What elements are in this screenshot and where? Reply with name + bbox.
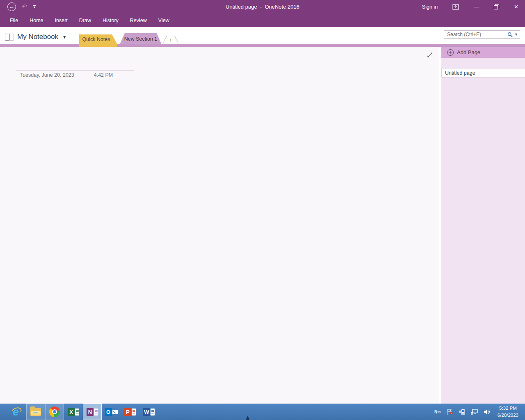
menu-view[interactable]: View <box>153 14 175 27</box>
action-center-flag-icon[interactable] <box>446 407 454 416</box>
power-battery-icon[interactable] <box>458 407 466 416</box>
taskbar-word-button[interactable]: W <box>139 404 158 420</box>
section-tab-label: Quick Notes <box>82 37 110 42</box>
taskbar-powerpoint-button[interactable]: P <box>121 404 139 420</box>
taskbar-onenote-button[interactable]: N <box>83 404 102 420</box>
menu-file[interactable]: File <box>4 14 24 27</box>
plus-icon: + <box>169 37 172 43</box>
taskbar-apps: e X N <box>7 404 158 420</box>
close-button[interactable]: ✕ <box>514 4 518 10</box>
notebook-name: My Notebook <box>17 33 58 41</box>
plus-circle-icon: + <box>447 49 454 56</box>
menu-insert[interactable]: Insert <box>49 14 73 27</box>
search-input[interactable] <box>447 32 507 37</box>
taskbar-chrome-button[interactable] <box>45 404 64 420</box>
clock-date: 6/20/2023 <box>498 412 518 419</box>
search-box[interactable]: ▼ <box>444 30 520 39</box>
quick-access-toolbar: ← ↶ ▾ <box>7 2 36 11</box>
back-icon[interactable]: ← <box>7 2 16 11</box>
full-page-view-icon[interactable] <box>427 52 434 59</box>
section-tab-quick-notes[interactable]: Quick Notes <box>79 34 117 44</box>
notebook-navigation-bar: My Notebook ▼ Quick Notes New Section 1 … <box>0 27 525 44</box>
menu-review[interactable]: Review <box>124 14 153 27</box>
mouse-cursor <box>246 416 249 420</box>
chrome-icon <box>49 406 60 417</box>
notebook-switcher[interactable]: My Notebook ▼ <box>0 33 79 44</box>
search-icon[interactable] <box>507 32 513 37</box>
taskbar-excel-button[interactable]: X <box>64 404 83 420</box>
menu-draw[interactable]: Draw <box>73 14 97 27</box>
page-date-stamp: Tuesday, June 20, 20234:42 PM <box>20 72 113 78</box>
menu-home[interactable]: Home <box>24 14 49 27</box>
page-canvas[interactable]: Tuesday, June 20, 20234:42 PM <box>0 47 439 404</box>
customize-quick-access-icon[interactable]: ▾ <box>33 5 36 9</box>
page-list: Untitled page <box>441 68 525 78</box>
file-explorer-icon <box>30 408 41 416</box>
onenote-icon: N <box>87 408 98 416</box>
internet-explorer-icon: e <box>11 406 23 417</box>
section-tab-label: New Section 1 <box>124 36 158 42</box>
section-tabs: Quick Notes New Section 1 + <box>79 27 179 44</box>
taskbar-file-explorer-button[interactable] <box>26 404 45 420</box>
onenote-clipper-icon[interactable]: N✂ <box>434 407 442 416</box>
taskbar-outlook-button[interactable]: O <box>102 404 121 420</box>
search-scope-dropdown-icon[interactable]: ▼ <box>514 32 518 37</box>
ribbon-display-options-icon[interactable] <box>452 4 459 10</box>
ribbon-menu-bar: File Home Insert Draw History Review Vie… <box>0 14 525 27</box>
volume-icon[interactable] <box>483 407 491 416</box>
taskbar-internet-explorer-button[interactable]: e <box>7 404 26 420</box>
page-time[interactable]: 4:42 PM <box>94 72 113 78</box>
taskbar-clock[interactable]: 5:32 PM 6/20/2023 <box>495 405 521 418</box>
powerpoint-icon: P <box>124 408 136 416</box>
close-glyph: ✕ <box>514 4 518 10</box>
windows-taskbar: e X N <box>0 404 525 420</box>
page-title-underline <box>16 70 134 71</box>
back-arrow-glyph: ← <box>9 4 14 9</box>
network-icon[interactable] <box>470 407 479 416</box>
menu-history[interactable]: History <box>97 14 124 27</box>
onenote-window: ← ↶ ▾ Untitled page - OneNote 2016 Sign … <box>0 0 525 420</box>
outlook-icon: O <box>105 408 118 416</box>
clock-time: 5:32 PM <box>498 405 518 412</box>
undo-icon[interactable]: ↶ <box>22 3 27 11</box>
minimize-glyph: — <box>474 4 479 10</box>
word-icon: W <box>143 408 155 416</box>
system-tray: N✂ <box>434 404 525 420</box>
excel-icon: X <box>68 408 79 416</box>
titlebar-controls: Sign in — ✕ <box>422 4 518 10</box>
page-pane: + Add Page Untitled page <box>441 47 525 404</box>
page-date[interactable]: Tuesday, June 20, 2023 <box>20 72 74 78</box>
notebook-icon <box>5 34 14 41</box>
add-page-label: Add Page <box>457 49 480 55</box>
create-new-section-tab[interactable]: + <box>162 36 179 44</box>
title-bar: ← ↶ ▾ Untitled page - OneNote 2016 Sign … <box>0 0 525 14</box>
minimize-button[interactable]: — <box>474 4 479 10</box>
main-area: Tuesday, June 20, 20234:42 PM + Add Page… <box>0 47 525 404</box>
chevron-down-icon: ▾ <box>34 6 35 8</box>
add-page-button[interactable]: + Add Page <box>441 47 525 58</box>
page-title: Untitled page <box>445 70 475 76</box>
section-tab-new-section-1[interactable]: New Section 1 <box>120 33 162 44</box>
chevron-down-icon: ▼ <box>62 35 66 39</box>
page-list-item-untitled[interactable]: Untitled page <box>441 68 525 78</box>
restore-button[interactable] <box>494 4 499 9</box>
sign-in-button[interactable]: Sign in <box>422 4 438 10</box>
undo-glyph: ↶ <box>22 3 27 10</box>
